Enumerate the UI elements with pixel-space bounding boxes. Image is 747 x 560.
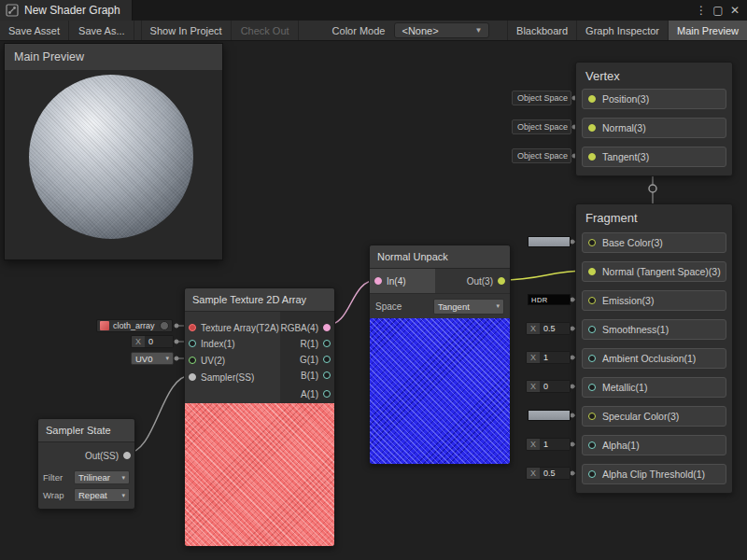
toolbar-gap (134, 21, 141, 40)
scalar-value[interactable]: 0.5 (540, 468, 570, 479)
show-in-project-button[interactable]: Show In Project (141, 21, 232, 40)
position-space-selector[interactable]: Object Space (512, 91, 571, 105)
space-value: Tangent (438, 301, 470, 312)
port-label: In(4) (387, 276, 406, 287)
block-label: Base Color(3) (602, 237, 663, 248)
edge-samplerstate-to-sample[interactable] (126, 375, 191, 454)
texture-array-object-field[interactable]: cloth_array (96, 319, 173, 332)
main-preview-toggle-button[interactable]: Main Preview (668, 21, 747, 40)
port-ambient-occlusion-input[interactable] (588, 355, 596, 362)
index-field[interactable]: X 0 (131, 335, 174, 348)
port-sampler-input[interactable] (189, 373, 196, 381)
port-normal-input[interactable] (588, 124, 596, 132)
samplerstate-output-row: Out(SS) (38, 442, 134, 469)
color-mode-dropdown[interactable]: <None> ▼ (394, 22, 489, 38)
graph-tab[interactable]: New Shader Graph (0, 0, 133, 21)
port-out-output[interactable] (498, 277, 505, 285)
port-label: R(1) (301, 339, 318, 349)
port-tangent-input[interactable] (588, 153, 596, 161)
close-icon[interactable]: ✕ (726, 0, 743, 21)
port-rgba-output[interactable] (323, 324, 331, 331)
save-as-button[interactable]: Save As... (69, 21, 134, 40)
port-normal-tangent-input[interactable] (588, 268, 596, 275)
block-row-tangent[interactable]: Tangent(3) (582, 147, 726, 167)
port-uv-input[interactable] (189, 357, 196, 364)
port-index-input[interactable] (189, 340, 196, 347)
block-row-alpha-clip[interactable]: Alpha Clip Threshold(1) (582, 464, 726, 484)
block-row-specular-color[interactable]: Specular Color(3) (582, 406, 726, 427)
port-position-input[interactable] (588, 95, 596, 103)
uv-channel-dropdown[interactable]: UV0 ▾ (131, 352, 174, 365)
emission-hdr-field[interactable]: HDR (528, 294, 571, 305)
wrap-dropdown[interactable]: Repeat ▾ (74, 488, 130, 502)
port-in-input[interactable] (374, 277, 382, 285)
normal-unpack-node[interactable]: Normal Unpack In(4) Out(3) Space Tangent… (369, 245, 511, 465)
block-row-alpha[interactable]: Alpha(1) (582, 435, 726, 455)
port-b-output[interactable] (323, 371, 331, 379)
chevron-down-icon: ▾ (165, 355, 169, 362)
space-dropdown[interactable]: Tangent ▾ (433, 299, 504, 315)
port-base-color-input[interactable] (588, 239, 596, 246)
blackboard-toggle-button[interactable]: Blackboard (507, 21, 576, 40)
block-row-normal[interactable]: Normal(3) (582, 118, 726, 138)
output-a: A(1) (301, 387, 331, 400)
port-specular-color-input[interactable] (588, 413, 596, 420)
input-index: Index(1) (189, 337, 235, 350)
vertex-fragment-link-handle[interactable] (649, 185, 656, 192)
scalar-prefix: X (527, 468, 540, 479)
kebab-menu-icon[interactable]: ⋮ (693, 0, 710, 21)
smoothness-field[interactable]: X 0.5 (526, 322, 571, 335)
graph-inspector-toggle-button[interactable]: Graph Inspector (576, 21, 668, 40)
port-smoothness-input[interactable] (588, 326, 596, 333)
scalar-value[interactable]: 0 (540, 381, 570, 392)
scalar-value[interactable]: 0 (145, 336, 173, 347)
chevron-down-icon: ▾ (121, 474, 125, 482)
vertex-node[interactable]: Vertex Position(3) Normal(3) Tangent(3) (575, 62, 733, 176)
block-row-position[interactable]: Position(3) (582, 89, 726, 109)
alpha-clip-threshold-field[interactable]: X 0.5 (526, 467, 571, 480)
scalar-value[interactable]: 0.5 (540, 323, 570, 334)
specular-color-swatch[interactable] (528, 410, 571, 421)
main-preview-header[interactable]: Main Preview (5, 44, 222, 71)
save-asset-button[interactable]: Save Asset (0, 21, 69, 40)
block-label: Metallic(1) (602, 382, 647, 393)
block-row-emission[interactable]: Emission(3) (582, 290, 726, 311)
block-label: Position(3) (602, 93, 649, 105)
alpha-field[interactable]: X 1 (526, 438, 571, 451)
unpack-space-row: Space Tangent ▾ (370, 293, 510, 318)
port-outss-output[interactable] (123, 452, 131, 459)
port-alpha-input[interactable] (588, 441, 596, 449)
output-rgba: RGBA(4) (280, 321, 331, 334)
metallic-field[interactable]: X 0 (526, 380, 571, 393)
port-emission-input[interactable] (588, 297, 596, 304)
unpack-input: In(4) (370, 269, 435, 293)
block-row-metallic[interactable]: Metallic(1) (582, 377, 726, 398)
port-texture-array-input[interactable] (189, 324, 196, 331)
sampler-state-node[interactable]: Sampler State Out(SS) Filter Trilinear ▾… (37, 418, 135, 510)
scalar-value[interactable]: 1 (540, 352, 570, 363)
base-color-swatch[interactable] (528, 236, 571, 247)
object-picker-icon[interactable] (160, 321, 169, 330)
block-row-base-color[interactable]: Base Color(3) (582, 232, 726, 253)
scalar-value[interactable]: 1 (540, 439, 570, 450)
sample-texture-2d-array-node[interactable]: Sample Texture 2D Array Texture Array(T2… (184, 287, 335, 547)
block-row-normal-tangent[interactable]: Normal (Tangent Space)(3) (582, 261, 726, 282)
port-label: Out(3) (467, 276, 493, 287)
port-r-output[interactable] (323, 340, 331, 347)
normal-space-selector[interactable]: Object Space (512, 119, 571, 134)
port-a-output[interactable] (323, 390, 331, 398)
port-metallic-input[interactable] (588, 384, 596, 391)
port-alpha-clip-input[interactable] (588, 470, 596, 478)
ambient-occlusion-field[interactable]: X 1 (526, 351, 571, 364)
tangent-space-selector[interactable]: Object Space (512, 148, 571, 163)
block-row-smoothness[interactable]: Smoothness(1) (582, 319, 726, 340)
filter-dropdown[interactable]: Trilinear ▾ (74, 470, 130, 484)
color-mode-value: <None> (402, 25, 438, 36)
scalar-prefix: X (132, 336, 145, 347)
block-row-ambient-occlusion[interactable]: Ambient Occlusion(1) (582, 348, 726, 369)
space-label: Space (375, 301, 402, 312)
fragment-node[interactable]: Fragment Base Color(3) Normal (Tangent S… (575, 203, 733, 494)
main-preview-panel[interactable]: Main Preview (4, 43, 223, 260)
maximize-icon[interactable]: ▢ (710, 0, 726, 21)
port-g-output[interactable] (323, 356, 331, 363)
